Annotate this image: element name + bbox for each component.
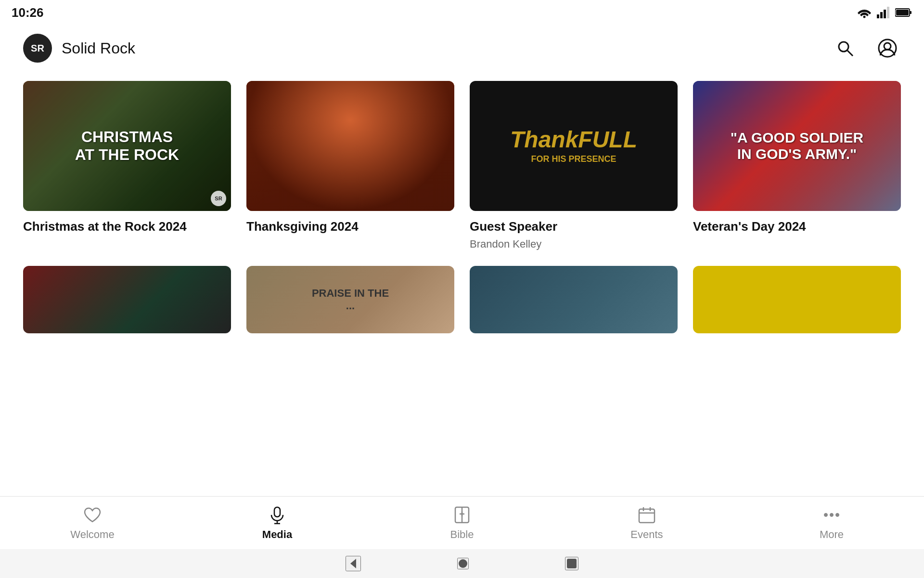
app-logo: SR [23, 34, 52, 63]
svg-point-0 [863, 16, 866, 18]
nav-item-media[interactable]: Media [185, 499, 370, 547]
svg-marker-26 [350, 559, 356, 568]
nav-label-events: Events [630, 528, 663, 541]
recents-button[interactable] [565, 557, 578, 570]
nav-item-bible[interactable]: Bible [370, 499, 554, 547]
app-bar-left: SR Solid Rock [23, 34, 135, 63]
back-button[interactable] [346, 556, 361, 571]
card-title-veterans: Veteran's Day 2024 [693, 219, 901, 235]
svg-rect-7 [896, 10, 909, 15]
microphone-icon [268, 505, 287, 525]
nav-label-more: More [820, 528, 844, 541]
svg-rect-2 [880, 12, 883, 18]
media-card-christmas[interactable]: CHRISTMASAT THE ROCK SR Christmas at the… [23, 81, 231, 250]
profile-button[interactable] [874, 35, 901, 62]
card-title-christmas: Christmas at the Rock 2024 [23, 219, 231, 235]
app-bar-actions [832, 35, 901, 62]
media-thumb-guest: ThankFULL FOR HIS PRESENCE [470, 81, 678, 211]
status-time: 10:26 [12, 5, 44, 20]
svg-rect-4 [887, 7, 889, 18]
signal-icon [877, 7, 890, 18]
nav-label-bible: Bible [450, 528, 474, 541]
media-grid-row2: PRAISE IN THE... [23, 266, 901, 333]
media-thumb-thanksgiving [246, 81, 454, 211]
partial-card-1[interactable] [23, 266, 231, 333]
svg-line-9 [847, 51, 853, 56]
status-bar: 10:26 [0, 0, 924, 25]
svg-rect-6 [910, 11, 911, 14]
svg-rect-1 [877, 14, 879, 18]
bible-icon [452, 505, 472, 525]
svg-rect-12 [274, 507, 280, 517]
content-area: CHRISTMASAT THE ROCK SR Christmas at the… [0, 71, 924, 496]
partial-card-2[interactable]: PRAISE IN THE... [246, 266, 454, 333]
nav-label-media: Media [262, 528, 292, 541]
profile-icon [878, 39, 897, 58]
partial-card-3[interactable] [470, 266, 678, 333]
christmas-badge: SR [211, 191, 226, 206]
nav-item-events[interactable]: Events [554, 499, 739, 547]
status-icons [857, 7, 912, 18]
media-card-thanksgiving[interactable]: Thanksgiving 2024 [246, 81, 454, 250]
svg-point-8 [839, 42, 848, 52]
partial-thumb-1 [23, 266, 231, 333]
card-subtitle-guest: Brandon Kelley [470, 238, 678, 250]
battery-icon [895, 8, 912, 17]
media-grid: CHRISTMASAT THE ROCK SR Christmas at the… [23, 81, 901, 250]
card-title-thanksgiving: Thanksgiving 2024 [246, 219, 454, 235]
more-icon [822, 505, 841, 525]
nav-label-welcome: Welcome [70, 528, 114, 541]
partial-thumb-4 [693, 266, 901, 333]
nav-item-more[interactable]: More [739, 499, 924, 547]
svg-point-24 [830, 513, 834, 516]
svg-rect-19 [639, 509, 654, 523]
app-title: Solid Rock [62, 39, 135, 57]
bottom-nav: Welcome Media Bible Events [0, 496, 924, 549]
media-thumb-christmas: CHRISTMASAT THE ROCK SR [23, 81, 231, 211]
svg-point-27 [459, 559, 467, 568]
media-card-veterans[interactable]: "A GOOD SOLDIERIN GOD'S ARMY." Veteran's… [693, 81, 901, 250]
svg-rect-3 [884, 10, 886, 18]
svg-point-23 [824, 513, 828, 516]
card-title-guest: Guest Speaker [470, 219, 678, 235]
heart-icon [83, 505, 102, 525]
partial-text-2: PRAISE IN THE... [308, 283, 393, 316]
media-card-guest[interactable]: ThankFULL FOR HIS PRESENCE Guest Speaker… [470, 81, 678, 250]
back-icon [346, 557, 360, 570]
svg-rect-28 [567, 559, 577, 568]
partial-card-4[interactable] [693, 266, 901, 333]
nav-item-welcome[interactable]: Welcome [0, 499, 185, 547]
partial-thumb-2: PRAISE IN THE... [246, 266, 454, 333]
partial-thumb-3 [470, 266, 678, 333]
media-thumb-veterans: "A GOOD SOLDIERIN GOD'S ARMY." [693, 81, 901, 211]
home-icon [458, 559, 468, 568]
wifi-icon [857, 7, 872, 18]
recents-icon [566, 558, 578, 569]
svg-point-25 [836, 513, 839, 516]
home-button[interactable] [457, 558, 469, 569]
system-nav [0, 549, 924, 578]
calendar-icon [637, 505, 656, 525]
search-icon [835, 39, 855, 58]
search-button[interactable] [832, 35, 859, 62]
svg-point-11 [884, 43, 891, 50]
app-bar: SR Solid Rock [0, 25, 924, 71]
svg-point-10 [879, 39, 896, 57]
